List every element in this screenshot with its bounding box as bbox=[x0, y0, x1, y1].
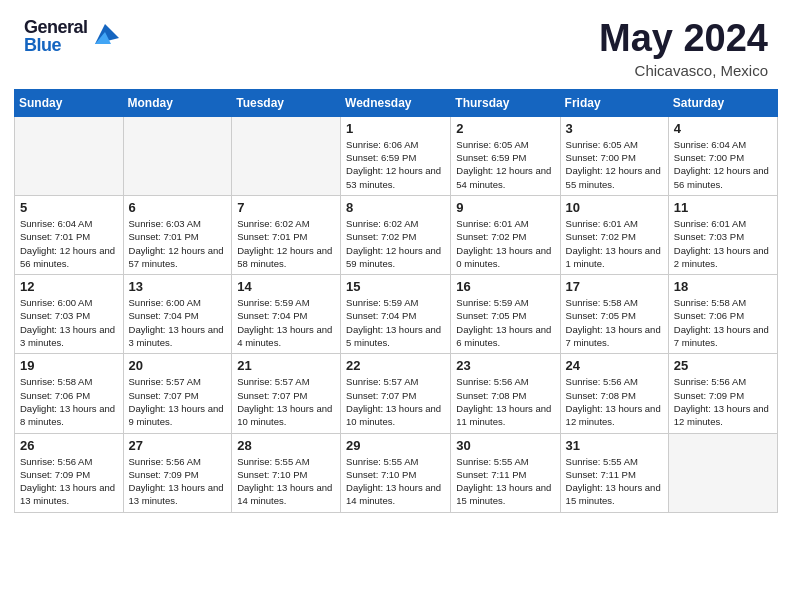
cell-text: Sunrise: 5:59 AMSunset: 7:04 PMDaylight:… bbox=[346, 296, 445, 349]
week-row-2: 5Sunrise: 6:04 AMSunset: 7:01 PMDaylight… bbox=[15, 195, 778, 274]
calendar-cell: 27Sunrise: 5:56 AMSunset: 7:09 PMDayligh… bbox=[123, 433, 232, 512]
cell-text: Sunrise: 6:03 AMSunset: 7:01 PMDaylight:… bbox=[129, 217, 227, 270]
week-row-3: 12Sunrise: 6:00 AMSunset: 7:03 PMDayligh… bbox=[15, 275, 778, 354]
calendar-cell bbox=[15, 116, 124, 195]
cell-text: Sunrise: 5:55 AMSunset: 7:10 PMDaylight:… bbox=[346, 455, 445, 508]
cell-text: Sunrise: 5:56 AMSunset: 7:09 PMDaylight:… bbox=[20, 455, 118, 508]
calendar-cell: 18Sunrise: 5:58 AMSunset: 7:06 PMDayligh… bbox=[668, 275, 777, 354]
cell-text: Sunrise: 6:05 AMSunset: 6:59 PMDaylight:… bbox=[456, 138, 554, 191]
calendar-cell: 25Sunrise: 5:56 AMSunset: 7:09 PMDayligh… bbox=[668, 354, 777, 433]
cell-text: Sunrise: 6:00 AMSunset: 7:03 PMDaylight:… bbox=[20, 296, 118, 349]
day-number: 22 bbox=[346, 358, 445, 373]
day-number: 19 bbox=[20, 358, 118, 373]
cell-text: Sunrise: 6:06 AMSunset: 6:59 PMDaylight:… bbox=[346, 138, 445, 191]
calendar-cell: 13Sunrise: 6:00 AMSunset: 7:04 PMDayligh… bbox=[123, 275, 232, 354]
cell-text: Sunrise: 6:00 AMSunset: 7:04 PMDaylight:… bbox=[129, 296, 227, 349]
logo-text: General Blue bbox=[24, 18, 88, 54]
calendar-cell bbox=[123, 116, 232, 195]
day-number: 5 bbox=[20, 200, 118, 215]
day-number: 4 bbox=[674, 121, 772, 136]
page: General Blue May 2024 Chicavasco, Mexico… bbox=[0, 0, 792, 612]
calendar-cell: 7Sunrise: 6:02 AMSunset: 7:01 PMDaylight… bbox=[232, 195, 341, 274]
cell-text: Sunrise: 6:02 AMSunset: 7:01 PMDaylight:… bbox=[237, 217, 335, 270]
location: Chicavasco, Mexico bbox=[599, 62, 768, 79]
weekday-header-saturday: Saturday bbox=[668, 89, 777, 116]
calendar-cell: 24Sunrise: 5:56 AMSunset: 7:08 PMDayligh… bbox=[560, 354, 668, 433]
cell-text: Sunrise: 5:59 AMSunset: 7:05 PMDaylight:… bbox=[456, 296, 554, 349]
day-number: 2 bbox=[456, 121, 554, 136]
month-title: May 2024 bbox=[599, 18, 768, 60]
calendar-cell: 1Sunrise: 6:06 AMSunset: 6:59 PMDaylight… bbox=[341, 116, 451, 195]
day-number: 16 bbox=[456, 279, 554, 294]
day-number: 27 bbox=[129, 438, 227, 453]
title-area: May 2024 Chicavasco, Mexico bbox=[599, 18, 768, 79]
calendar-cell: 6Sunrise: 6:03 AMSunset: 7:01 PMDaylight… bbox=[123, 195, 232, 274]
cell-text: Sunrise: 6:01 AMSunset: 7:02 PMDaylight:… bbox=[566, 217, 663, 270]
logo: General Blue bbox=[24, 18, 119, 54]
day-number: 23 bbox=[456, 358, 554, 373]
cell-text: Sunrise: 5:56 AMSunset: 7:09 PMDaylight:… bbox=[674, 375, 772, 428]
weekday-header-tuesday: Tuesday bbox=[232, 89, 341, 116]
day-number: 29 bbox=[346, 438, 445, 453]
day-number: 7 bbox=[237, 200, 335, 215]
calendar-cell: 30Sunrise: 5:55 AMSunset: 7:11 PMDayligh… bbox=[451, 433, 560, 512]
day-number: 10 bbox=[566, 200, 663, 215]
cell-text: Sunrise: 5:59 AMSunset: 7:04 PMDaylight:… bbox=[237, 296, 335, 349]
calendar-cell: 12Sunrise: 6:00 AMSunset: 7:03 PMDayligh… bbox=[15, 275, 124, 354]
calendar-cell: 4Sunrise: 6:04 AMSunset: 7:00 PMDaylight… bbox=[668, 116, 777, 195]
day-number: 30 bbox=[456, 438, 554, 453]
cell-text: Sunrise: 5:55 AMSunset: 7:11 PMDaylight:… bbox=[456, 455, 554, 508]
calendar-wrapper: SundayMondayTuesdayWednesdayThursdayFrid… bbox=[0, 89, 792, 523]
calendar-cell: 10Sunrise: 6:01 AMSunset: 7:02 PMDayligh… bbox=[560, 195, 668, 274]
day-number: 17 bbox=[566, 279, 663, 294]
weekday-header-monday: Monday bbox=[123, 89, 232, 116]
calendar-cell: 26Sunrise: 5:56 AMSunset: 7:09 PMDayligh… bbox=[15, 433, 124, 512]
cell-text: Sunrise: 5:56 AMSunset: 7:08 PMDaylight:… bbox=[566, 375, 663, 428]
calendar-cell bbox=[668, 433, 777, 512]
calendar-cell: 19Sunrise: 5:58 AMSunset: 7:06 PMDayligh… bbox=[15, 354, 124, 433]
header: General Blue May 2024 Chicavasco, Mexico bbox=[0, 0, 792, 89]
weekday-header-row: SundayMondayTuesdayWednesdayThursdayFrid… bbox=[15, 89, 778, 116]
cell-text: Sunrise: 5:57 AMSunset: 7:07 PMDaylight:… bbox=[346, 375, 445, 428]
week-row-4: 19Sunrise: 5:58 AMSunset: 7:06 PMDayligh… bbox=[15, 354, 778, 433]
calendar-cell: 15Sunrise: 5:59 AMSunset: 7:04 PMDayligh… bbox=[341, 275, 451, 354]
calendar-cell: 5Sunrise: 6:04 AMSunset: 7:01 PMDaylight… bbox=[15, 195, 124, 274]
cell-text: Sunrise: 5:57 AMSunset: 7:07 PMDaylight:… bbox=[237, 375, 335, 428]
cell-text: Sunrise: 6:01 AMSunset: 7:02 PMDaylight:… bbox=[456, 217, 554, 270]
calendar-cell: 21Sunrise: 5:57 AMSunset: 7:07 PMDayligh… bbox=[232, 354, 341, 433]
day-number: 31 bbox=[566, 438, 663, 453]
calendar-cell: 20Sunrise: 5:57 AMSunset: 7:07 PMDayligh… bbox=[123, 354, 232, 433]
day-number: 6 bbox=[129, 200, 227, 215]
day-number: 24 bbox=[566, 358, 663, 373]
cell-text: Sunrise: 5:56 AMSunset: 7:09 PMDaylight:… bbox=[129, 455, 227, 508]
day-number: 9 bbox=[456, 200, 554, 215]
cell-text: Sunrise: 6:01 AMSunset: 7:03 PMDaylight:… bbox=[674, 217, 772, 270]
calendar-cell: 2Sunrise: 6:05 AMSunset: 6:59 PMDaylight… bbox=[451, 116, 560, 195]
cell-text: Sunrise: 5:58 AMSunset: 7:06 PMDaylight:… bbox=[674, 296, 772, 349]
cell-text: Sunrise: 5:55 AMSunset: 7:11 PMDaylight:… bbox=[566, 455, 663, 508]
weekday-header-thursday: Thursday bbox=[451, 89, 560, 116]
day-number: 11 bbox=[674, 200, 772, 215]
cell-text: Sunrise: 5:56 AMSunset: 7:08 PMDaylight:… bbox=[456, 375, 554, 428]
weekday-header-friday: Friday bbox=[560, 89, 668, 116]
day-number: 13 bbox=[129, 279, 227, 294]
logo-icon bbox=[91, 20, 119, 48]
weekday-header-wednesday: Wednesday bbox=[341, 89, 451, 116]
cell-text: Sunrise: 5:55 AMSunset: 7:10 PMDaylight:… bbox=[237, 455, 335, 508]
calendar-cell: 16Sunrise: 5:59 AMSunset: 7:05 PMDayligh… bbox=[451, 275, 560, 354]
logo-blue: Blue bbox=[24, 36, 88, 54]
day-number: 28 bbox=[237, 438, 335, 453]
day-number: 3 bbox=[566, 121, 663, 136]
calendar-cell: 29Sunrise: 5:55 AMSunset: 7:10 PMDayligh… bbox=[341, 433, 451, 512]
day-number: 14 bbox=[237, 279, 335, 294]
day-number: 21 bbox=[237, 358, 335, 373]
calendar-cell: 23Sunrise: 5:56 AMSunset: 7:08 PMDayligh… bbox=[451, 354, 560, 433]
calendar-cell: 3Sunrise: 6:05 AMSunset: 7:00 PMDaylight… bbox=[560, 116, 668, 195]
cell-text: Sunrise: 5:57 AMSunset: 7:07 PMDaylight:… bbox=[129, 375, 227, 428]
cell-text: Sunrise: 6:02 AMSunset: 7:02 PMDaylight:… bbox=[346, 217, 445, 270]
day-number: 1 bbox=[346, 121, 445, 136]
week-row-1: 1Sunrise: 6:06 AMSunset: 6:59 PMDaylight… bbox=[15, 116, 778, 195]
logo-general: General bbox=[24, 18, 88, 36]
calendar-cell: 31Sunrise: 5:55 AMSunset: 7:11 PMDayligh… bbox=[560, 433, 668, 512]
day-number: 12 bbox=[20, 279, 118, 294]
